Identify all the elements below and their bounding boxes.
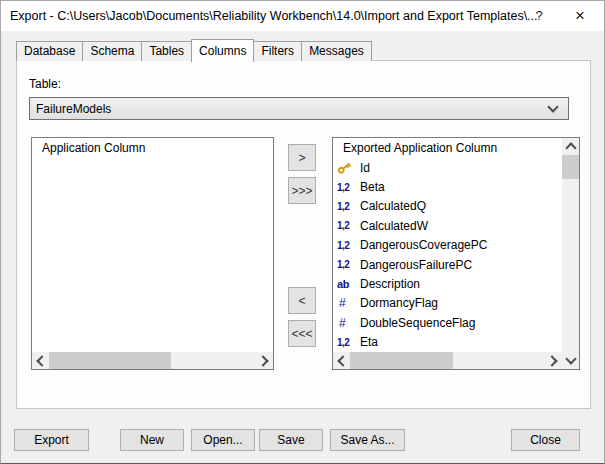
move-right-button[interactable]: > [288,144,316,171]
application-column-header: Application Column [32,138,273,158]
column-row[interactable]: 1,2DangerousCoveragePC [333,236,562,255]
chevron-right-icon [257,355,268,366]
open-button[interactable]: Open... [191,429,255,451]
help-icon: ? [535,8,542,23]
column-label: DormancyFlag [358,296,438,310]
key-icon [333,161,358,174]
exported-columns-rows: Id1,2Beta1,2CalculatedQ1,2CalculatedW1,2… [333,158,562,352]
scroll-right-button[interactable] [545,352,562,369]
hash-icon: # [333,296,358,310]
tab-schema[interactable]: Schema [82,41,142,61]
chevron-down-icon [565,353,576,364]
scroll-thumb[interactable] [562,155,579,179]
help-button[interactable]: ? [522,2,556,29]
column-row[interactable]: #DormancyFlag [333,294,562,313]
numeric-icon: 1,2 [333,182,358,193]
column-label: Beta [358,180,385,194]
close-button[interactable]: Close [511,429,580,451]
column-row[interactable]: 1,2CalculatedW [333,216,562,235]
chevron-left-icon [36,355,47,366]
numeric-icon: 1,2 [333,337,358,348]
chevron-down-icon [547,101,558,112]
move-all-right-button[interactable]: >>> [288,177,316,204]
column-row[interactable]: abDescription [333,274,562,293]
tab-filters[interactable]: Filters [253,41,302,61]
columns-tab-page: Table: FailureModels Application Column … [16,60,591,409]
column-row[interactable]: Id [333,158,562,177]
tab-columns[interactable]: Columns [191,39,254,62]
table-label: Table: [29,77,61,91]
title-bar: Export - C:\Users\Jacob\Documents\Reliab… [1,1,604,31]
application-column-rows [32,158,256,352]
tab-database[interactable]: Database [16,41,83,61]
table-combobox[interactable]: FailureModels [29,97,569,120]
scroll-left-button[interactable] [333,352,350,369]
save-as-button[interactable]: Save As... [330,429,405,451]
column-row[interactable]: 1,2DangerousFailurePC [333,255,562,274]
tab-messages[interactable]: Messages [301,41,372,61]
column-label: Description [358,277,420,291]
column-label: Eta [358,335,378,349]
export-button[interactable]: Export [14,429,89,451]
numeric-icon: 1,2 [333,240,358,251]
column-row[interactable]: 1,2CalculatedQ [333,197,562,216]
column-label: Id [358,161,370,175]
numeric-icon: 1,2 [333,201,358,212]
column-row[interactable]: 1,2Eta [333,333,562,352]
move-left-button[interactable]: < [288,287,316,314]
hash-icon: # [333,316,358,330]
column-label: DoubleSequenceFlag [358,316,475,330]
scroll-thumb[interactable] [49,352,171,369]
column-label: DangerousFailurePC [358,258,472,272]
application-column-list: Application Column [31,137,274,370]
exported-column-list: Exported Application Column Id1,2Beta1,2… [332,137,580,370]
scroll-right-button[interactable] [256,352,273,369]
window-title: Export - C:\Users\Jacob\Documents\Reliab… [10,9,538,23]
tab-tables[interactable]: Tables [141,41,192,61]
scroll-up-button[interactable] [562,138,579,155]
numeric-icon: 1,2 [333,220,358,231]
column-row[interactable]: #DoubleSequenceFlag [333,313,562,332]
left-horizontal-scrollbar[interactable] [32,352,273,369]
close-icon: × [575,6,585,26]
new-button[interactable]: New [120,429,184,451]
column-label: DangerousCoveragePC [358,238,487,252]
column-row[interactable]: 1,2Beta [333,177,562,196]
chevron-up-icon [565,142,576,153]
right-vertical-scrollbar[interactable] [562,138,579,369]
scroll-thumb[interactable] [350,352,453,369]
move-all-left-button[interactable]: <<< [288,320,316,347]
text-icon: ab [333,278,358,290]
exported-column-header: Exported Application Column [333,138,579,158]
window-close-button[interactable]: × [561,2,599,29]
right-horizontal-scrollbar[interactable] [333,352,562,369]
numeric-icon: 1,2 [333,259,358,270]
scroll-left-button[interactable] [32,352,49,369]
column-label: CalculatedQ [358,199,426,213]
tab-bar: DatabaseSchemaTablesColumnsFiltersMessag… [16,38,371,61]
chevron-left-icon [337,355,348,366]
table-combobox-value: FailureModels [36,102,111,116]
export-dialog: Export - C:\Users\Jacob\Documents\Reliab… [0,0,605,464]
scroll-down-button[interactable] [562,352,579,369]
column-label: CalculatedW [358,219,428,233]
save-button[interactable]: Save [259,429,323,451]
chevron-right-icon [546,355,557,366]
